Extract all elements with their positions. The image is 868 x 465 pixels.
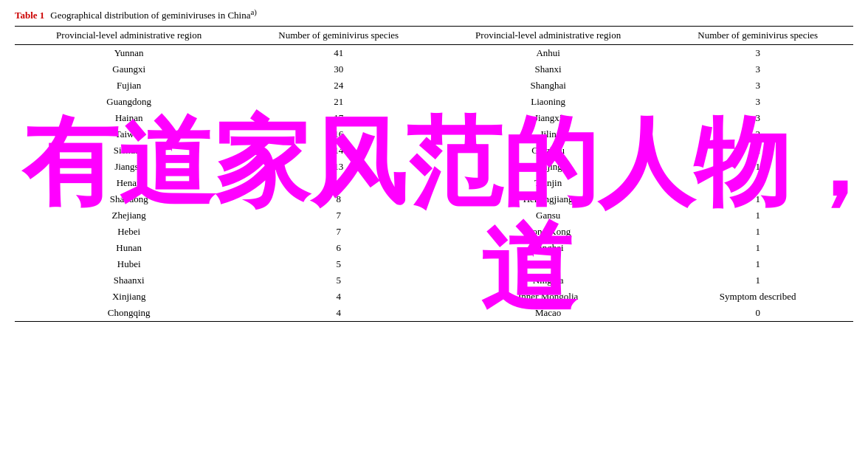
table-row: Sichuan14Guizhou2	[15, 142, 853, 159]
region1-cell: Hebei	[15, 224, 243, 240]
table-row: Gaungxi30Shanxi3	[15, 61, 853, 78]
region1-cell: Hainan	[15, 110, 243, 126]
count2-cell: 3	[662, 78, 853, 94]
count1-cell: 5	[243, 256, 434, 272]
region2-cell: Beijing	[434, 159, 662, 175]
table-row: Chongqing4Macao0	[15, 305, 853, 322]
count2-cell: 1	[662, 256, 853, 272]
col-header-1: Provincial-level administrative region	[15, 27, 243, 45]
col-header-4: Number of geminivirus species	[662, 27, 853, 45]
count1-cell: 12	[243, 175, 434, 191]
count1-cell: 24	[243, 78, 434, 94]
count1-cell: 14	[243, 142, 434, 159]
count2-cell: 1	[662, 240, 853, 256]
count1-cell: 7	[243, 224, 434, 240]
region1-cell: Jiangsu	[15, 159, 243, 175]
count1-cell: 30	[243, 61, 434, 78]
region2-cell: Gansu	[434, 207, 662, 224]
table-row: Yunnan41Anhui3	[15, 45, 853, 62]
count1-cell: 6	[243, 240, 434, 256]
region2-cell: Ningxia	[434, 272, 662, 289]
table-row: Hainan17Jiangxi3	[15, 110, 853, 126]
count1-cell: 16	[243, 126, 434, 142]
table-row: Fujian24Shanghai3	[15, 78, 853, 94]
count1-cell: 41	[243, 45, 434, 62]
region1-cell: Taiwan	[15, 126, 243, 142]
table-row: Shaanxi5Ningxia1	[15, 272, 853, 289]
region2-cell: Anhui	[434, 45, 662, 62]
table-row: Hubei5Tibet1	[15, 256, 853, 272]
table-row: Guangdong21Liaoning3	[15, 94, 853, 110]
region2-cell: Tianjin	[434, 175, 662, 191]
table-label: Table 1	[15, 10, 44, 21]
count2-cell: 3	[662, 45, 853, 62]
region2-cell: Tibet	[434, 256, 662, 272]
count2-cell: 0	[662, 305, 853, 322]
table-row: Taiwan16Jilin2	[15, 126, 853, 142]
count1-cell: 13	[243, 159, 434, 175]
table-row: Shandong8Heilongjiang1	[15, 191, 853, 207]
region2-cell: Qinghai	[434, 240, 662, 256]
count1-cell: 4	[243, 305, 434, 322]
count2-cell: 1	[662, 207, 853, 224]
table-row: Xinjiang4Inner MongoliaSymptom described	[15, 289, 853, 305]
region1-cell: Henan	[15, 175, 243, 191]
region1-cell: Shandong	[15, 191, 243, 207]
region1-cell: Fujian	[15, 78, 243, 94]
col-header-2: Number of geminivirus species	[243, 27, 434, 45]
region1-cell: Zhejiang	[15, 207, 243, 224]
region2-cell: Macao	[434, 305, 662, 322]
count2-cell: 2	[662, 126, 853, 142]
count2-cell: 1	[662, 224, 853, 240]
count1-cell: 8	[243, 191, 434, 207]
region2-cell: Inner Mongolia	[434, 289, 662, 305]
count2-cell: 1	[662, 159, 853, 175]
region1-cell: Hubei	[15, 256, 243, 272]
region2-cell: Hong Kong	[434, 224, 662, 240]
table-caption: Geographical distribution of geminivirus…	[50, 7, 257, 21]
region2-cell: Guizhou	[434, 142, 662, 159]
count1-cell: 5	[243, 272, 434, 289]
main-table: Provincial-level administrative region N…	[15, 26, 853, 322]
table-row: Jiangsu13Beijing1	[15, 159, 853, 175]
count2-cell: 1	[662, 191, 853, 207]
count1-cell: 21	[243, 94, 434, 110]
count2-cell: 1	[662, 175, 853, 191]
region2-cell: Heilongjiang	[434, 191, 662, 207]
region2-cell: Shanxi	[434, 61, 662, 78]
count1-cell: 7	[243, 207, 434, 224]
table-row: Hunan6Qinghai1	[15, 240, 853, 256]
region2-cell: Jiangxi	[434, 110, 662, 126]
table-row: Zhejiang7Gansu1	[15, 207, 853, 224]
table-row: Henan12Tianjin1	[15, 175, 853, 191]
count2-cell: 3	[662, 110, 853, 126]
region1-cell: Hunan	[15, 240, 243, 256]
region2-cell: Jilin	[434, 126, 662, 142]
count2-cell: 3	[662, 61, 853, 78]
region2-cell: Shanghai	[434, 78, 662, 94]
region2-cell: Liaoning	[434, 94, 662, 110]
region1-cell: Yunnan	[15, 45, 243, 62]
region1-cell: Guangdong	[15, 94, 243, 110]
col-header-3: Provincial-level administrative region	[434, 27, 662, 45]
table-row: Hebei7Hong Kong1	[15, 224, 853, 240]
count1-cell: 4	[243, 289, 434, 305]
count2-cell: 1	[662, 272, 853, 289]
region1-cell: Xinjiang	[15, 289, 243, 305]
count2-cell: 3	[662, 94, 853, 110]
count2-cell: 2	[662, 142, 853, 159]
region1-cell: Chongqing	[15, 305, 243, 322]
region1-cell: Shaanxi	[15, 272, 243, 289]
count1-cell: 17	[243, 110, 434, 126]
region1-cell: Gaungxi	[15, 61, 243, 78]
page-wrapper: Table 1 Geographical distribution of gem…	[0, 0, 868, 329]
table-title: Table 1 Geographical distribution of gem…	[15, 7, 853, 21]
count2-cell: Symptom described	[662, 289, 853, 305]
region1-cell: Sichuan	[15, 142, 243, 159]
